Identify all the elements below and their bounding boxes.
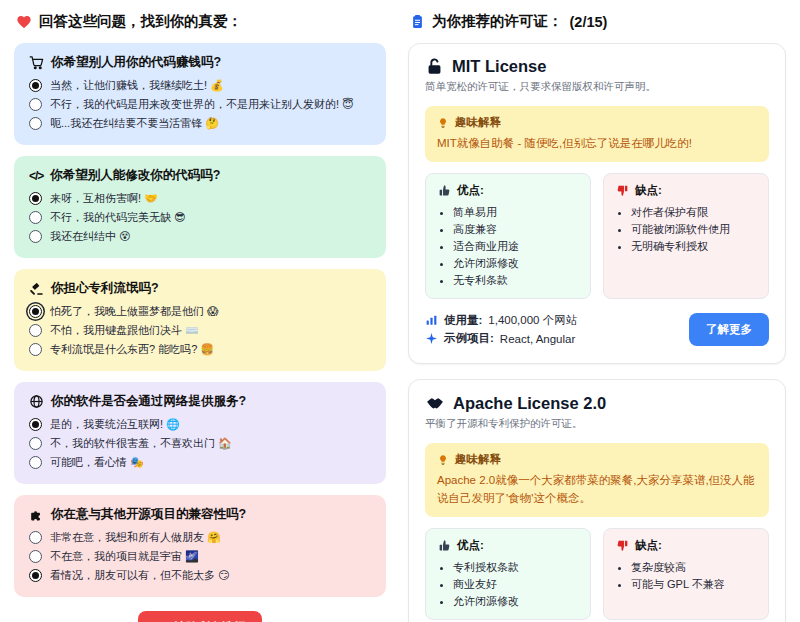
- globe-icon: [29, 394, 44, 409]
- cons-item: 复杂度较高: [631, 559, 756, 576]
- unlock-icon: [425, 57, 444, 76]
- radio-option[interactable]: 呃...我还在纠结要不要当活雷锋 🤔: [29, 116, 371, 131]
- license-chooser-app: 回答这些问题，找到你的真爱： 你希望别人用你的代码赚钱吗? 当然，让他们赚钱，我…: [0, 0, 800, 622]
- questions-panel: 回答这些问题，找到你的真爱： 你希望别人用你的代码赚钱吗? 当然，让他们赚钱，我…: [14, 8, 386, 622]
- cons-item: 无明确专利授权: [631, 238, 756, 255]
- license-name: Apache License 2.0: [453, 394, 606, 413]
- examples-value: React, Angular: [500, 333, 575, 345]
- license-name: MIT License: [452, 57, 546, 76]
- question-card-modify: </> 你希望别人能修改你的代码吗? 来呀，互相伤害啊! 🤝 不行，我的代码完美…: [14, 156, 386, 258]
- radio-button-selected-focused[interactable]: [29, 305, 42, 318]
- thumbs-up-icon: [438, 539, 451, 552]
- radio-option[interactable]: 看情况，朋友可以有，但不能太多 😏: [29, 568, 371, 583]
- learn-more-button[interactable]: 了解更多: [689, 313, 769, 346]
- thumbs-down-icon: [616, 184, 629, 197]
- radio-option[interactable]: 我还在纠结中 😵: [29, 229, 371, 244]
- usage-label: 使用量:: [444, 313, 482, 328]
- bulb-icon: [437, 454, 449, 466]
- question-title: 你希望别人能修改你的代码吗?: [50, 167, 220, 184]
- radio-button-selected[interactable]: [29, 418, 42, 431]
- fun-title: 趣味解释: [455, 452, 501, 467]
- license-description: 简单宽松的许可证，只要求保留版权和许可声明。: [425, 80, 769, 94]
- cons-title: 缺点:: [635, 183, 662, 198]
- bar-chart-icon: [425, 314, 438, 327]
- examples-label: 示例项目:: [444, 331, 494, 346]
- radio-option[interactable]: 是的，我要统治互联网! 🌐: [29, 417, 371, 432]
- radio-option[interactable]: 专利流氓是什么东西? 能吃吗? 🍔: [29, 342, 371, 357]
- clipboard-icon: [410, 14, 425, 29]
- pros-title: 优点:: [457, 538, 484, 553]
- thumbs-down-icon: [616, 539, 629, 552]
- radio-button[interactable]: [29, 550, 42, 563]
- fun-text: MIT就像自助餐 - 随便吃,但别忘了说是在哪儿吃的!: [437, 135, 757, 152]
- cons-item: 可能被闭源软件使用: [631, 221, 756, 238]
- fun-title: 趣味解释: [455, 115, 501, 130]
- cons-list: 对作者保护有限 可能被闭源软件使用 无明确专利授权: [616, 204, 756, 255]
- question-title: 你的软件是否会通过网络提供服务?: [51, 393, 246, 410]
- questions-title-text: 回答这些问题，找到你的真爱：: [39, 12, 242, 31]
- radio-option[interactable]: 非常在意，我想和所有人做朋友 🤗: [29, 530, 371, 545]
- radio-button[interactable]: [29, 437, 42, 450]
- sparkle-icon: [425, 332, 438, 345]
- license-card-mit: MIT License 简单宽松的许可证，只要求保留版权和许可声明。 趣味解释 …: [408, 43, 786, 364]
- question-card-patents: 你担心专利流氓吗? 怕死了，我晚上做噩梦都是他们 😱 不怕，我用键盘跟他们决斗 …: [14, 269, 386, 371]
- license-card-apache: Apache License 2.0 平衡了开源和专利保护的许可证。 趣味解释 …: [408, 379, 786, 622]
- radio-option[interactable]: 可能吧，看心情 🎭: [29, 455, 371, 470]
- pros-item: 简单易用: [453, 204, 578, 221]
- code-icon: </>: [29, 169, 43, 183]
- pros-item: 允许闭源修改: [453, 593, 578, 610]
- radio-button[interactable]: [29, 211, 42, 224]
- question-card-monetize: 你希望别人用你的代码赚钱吗? 当然，让他们赚钱，我继续吃土! 💰 不行，我的代码…: [14, 43, 386, 145]
- radio-option[interactable]: 怕死了，我晚上做噩梦都是他们 😱: [29, 304, 371, 319]
- cons-item: 对作者保护有限: [631, 204, 756, 221]
- question-card-network: 你的软件是否会通过网络提供服务? 是的，我要统治互联网! 🌐 不，我的软件很害羞…: [14, 382, 386, 484]
- pros-item: 专利授权条款: [453, 559, 578, 576]
- radio-button-selected[interactable]: [29, 192, 42, 205]
- usage-stat: 使用量: 1,400,000 个网站: [425, 313, 577, 328]
- questions-panel-title: 回答这些问题，找到你的真爱：: [16, 12, 386, 31]
- cons-list: 复杂度较高 可能与 GPL 不兼容: [616, 559, 756, 593]
- pros-item: 商业友好: [453, 576, 578, 593]
- radio-button[interactable]: [29, 117, 42, 130]
- gavel-icon: [29, 281, 44, 296]
- recommendation-count: (2/15): [570, 14, 608, 30]
- pros-item: 允许闭源修改: [453, 255, 578, 272]
- fun-explanation-box: 趣味解释 MIT就像自助餐 - 随便吃,但别忘了说是在哪儿吃的!: [425, 106, 769, 162]
- usage-value: 1,400,000 个网站: [488, 313, 577, 328]
- cons-title: 缺点:: [635, 538, 662, 553]
- recommendations-panel-title: 为你推荐的许可证： (2/15): [410, 12, 786, 31]
- pros-box: 优点: 简单易用 高度兼容 适合商业用途 允许闭源修改 无专利条款: [425, 173, 591, 299]
- pros-box: 优点: 专利授权条款 商业友好 允许闭源修改: [425, 528, 591, 620]
- question-title: 你在意与其他开源项目的兼容性吗?: [51, 506, 246, 523]
- radio-button[interactable]: [29, 456, 42, 469]
- fun-explanation-box: 趣味解释 Apache 2.0就像一个大家都带菜的聚餐,大家分享菜谱,但没人能说…: [425, 443, 769, 517]
- cart-icon: [29, 55, 44, 70]
- radio-option[interactable]: 不，我的软件很害羞，不喜欢出门 🏠: [29, 436, 371, 451]
- thumbs-up-icon: [438, 184, 451, 197]
- pros-item: 无专利条款: [453, 272, 578, 289]
- fun-text: Apache 2.0就像一个大家都带菜的聚餐,大家分享菜谱,但没人能说自己发明了…: [437, 472, 757, 507]
- radio-option[interactable]: 来呀，互相伤害啊! 🤝: [29, 191, 371, 206]
- radio-button-selected[interactable]: [29, 79, 42, 92]
- radio-button[interactable]: [29, 324, 42, 337]
- radio-option[interactable]: 当然，让他们赚钱，我继续吃土! 💰: [29, 78, 371, 93]
- radio-option[interactable]: 不行，我的代码完美无缺 😎: [29, 210, 371, 225]
- radio-button[interactable]: [29, 531, 42, 544]
- recommendations-title-text: 为你推荐的许可证：: [432, 12, 563, 31]
- pros-item: 高度兼容: [453, 221, 578, 238]
- radio-button[interactable]: [29, 98, 42, 111]
- examples-stat: 示例项目: React, Angular: [425, 331, 577, 346]
- pros-title: 优点:: [457, 183, 484, 198]
- cons-box: 缺点: 复杂度较高 可能与 GPL 不兼容: [603, 528, 769, 620]
- radio-button[interactable]: [29, 230, 42, 243]
- clear-all-button[interactable]: 清除所有选择: [138, 611, 262, 622]
- bulb-icon: [437, 117, 449, 129]
- radio-option[interactable]: 不怕，我用键盘跟他们决斗 ⌨️: [29, 323, 371, 338]
- cons-box: 缺点: 对作者保护有限 可能被闭源软件使用 无明确专利授权: [603, 173, 769, 299]
- radio-button-selected[interactable]: [29, 569, 42, 582]
- radio-option[interactable]: 不行，我的代码是用来改变世界的，不是用来让别人发财的! 😇: [29, 97, 371, 112]
- radio-option[interactable]: 不在意，我的项目就是宇宙 🌌: [29, 549, 371, 564]
- pros-list: 简单易用 高度兼容 适合商业用途 允许闭源修改 无专利条款: [438, 204, 578, 289]
- question-title: 你希望别人用你的代码赚钱吗?: [51, 54, 221, 71]
- radio-button[interactable]: [29, 343, 42, 356]
